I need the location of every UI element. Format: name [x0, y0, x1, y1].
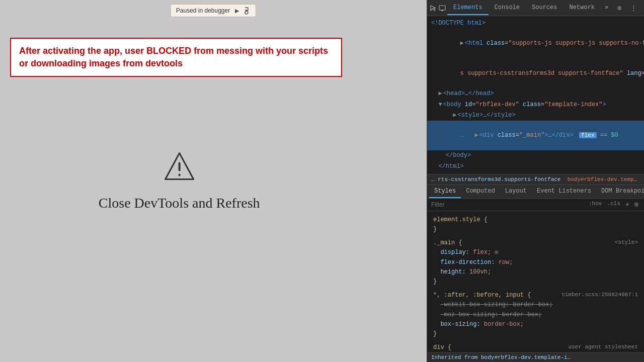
more-tabs-icon[interactable]: » — [601, 1, 612, 15]
styles-tabs: Styles Computed Layout Event Listeners D… — [427, 185, 644, 199]
css-prop-flex-dir[interactable]: flex-direction: — [440, 259, 495, 266]
inherited-label: Inherited from body#rbflex-dev.template-… — [431, 354, 571, 360]
html-doctype: <!DOCTYPE html> — [427, 18, 644, 29]
css-selector-universal: *, :after, :before, input { — [433, 292, 531, 299]
tab-sources[interactable]: Sources — [526, 1, 563, 15]
css-selector-main: ._main { — [433, 239, 462, 246]
new-style-icon[interactable]: ⊞ — [633, 200, 640, 209]
svg-point-0 — [245, 11, 248, 14]
tab-console[interactable]: Console — [489, 1, 526, 15]
html-style[interactable]: ▶<style>…</style> — [427, 110, 644, 121]
center-content: Close DevTools and Refresh — [99, 151, 260, 211]
debugger-bar: Paused in debugger ▶ — [171, 4, 256, 17]
html-html-close: </html> — [427, 161, 644, 172]
devtools-panel: Elements Console Sources Network » ⚙ ⋮ ✕… — [427, 0, 644, 362]
tab-event-listeners[interactable]: Event Listeners — [532, 185, 596, 198]
overflow-menu-icon[interactable]: ⋮ — [627, 2, 639, 14]
devtools-right-icons: ⚙ ⋮ ✕ — [613, 2, 644, 14]
close-devtools-icon[interactable]: ✕ — [641, 2, 644, 14]
css-close-brace: } — [433, 226, 437, 233]
html-html-attrs: s supports-csstransforms3d supports-font… — [427, 59, 644, 89]
svg-rect-3 — [439, 6, 445, 10]
resume-button[interactable]: ▶ — [233, 7, 241, 15]
breadcrumb-text: … rts-csstransforms3d.supports-fontface … — [431, 176, 644, 183]
app-container: Paused in debugger ▶ After activating th… — [0, 0, 644, 362]
html-body-close: </body> — [427, 150, 644, 161]
css-source-main: <style> — [615, 238, 638, 247]
html-body[interactable]: ▼<body id="rbflex-dev" class="template-i… — [427, 100, 644, 110]
css-close-brace-main: } — [433, 278, 437, 285]
cls-button[interactable]: .cls — [605, 200, 621, 209]
styles-filter-buttons: :hov .cls + ⊞ — [587, 200, 640, 209]
warning-text: After activating the app, user BLOCKED f… — [19, 45, 333, 70]
css-source-agent: user agent stylesheet — [568, 343, 638, 352]
css-rule-element-style: element.style { } — [427, 213, 644, 236]
step-button[interactable] — [243, 7, 251, 15]
inspect-icon[interactable] — [429, 2, 437, 14]
close-devtools-text: Close DevTools and Refresh — [99, 195, 260, 211]
tab-layout[interactable]: Layout — [500, 185, 532, 198]
css-selector-div: div { — [433, 344, 451, 351]
svg-rect-2 — [178, 174, 180, 176]
css-webkit-box-sizing: -webkit-box-sizing: border-box; — [440, 301, 552, 308]
paused-label: Paused in debugger — [176, 7, 230, 14]
svg-rect-4 — [441, 10, 443, 11]
html-html-tag[interactable]: ▶<html class="supports-js supports-js su… — [427, 29, 644, 59]
styles-filter-bar: :hov .cls + ⊞ — [427, 199, 644, 211]
tab-network[interactable]: Network — [563, 1, 600, 15]
debugger-controls: ▶ — [233, 7, 251, 15]
css-prop-box-sizing[interactable]: box-sizing: — [440, 321, 480, 328]
breadcrumb-bar: … rts-csstransforms3d.supports-fontface … — [427, 174, 644, 185]
tab-dom-breakpoints[interactable]: DOM Breakpoints — [596, 185, 644, 198]
tab-computed[interactable]: Computed — [461, 185, 500, 198]
styles-content: element.style { } <style> ._main { displ… — [427, 211, 644, 352]
device-icon[interactable] — [438, 2, 446, 14]
devtools-toolbar: Elements Console Sources Network » ⚙ ⋮ ✕ — [427, 0, 644, 16]
warning-triangle-icon — [163, 151, 195, 187]
status-breadcrumb: Inherited from body#rbflex-dev.template-… — [427, 352, 644, 362]
warning-box: After activating the app, user BLOCKED f… — [10, 38, 342, 77]
settings-icon[interactable]: ⚙ — [613, 2, 625, 14]
css-prop-height[interactable]: height: — [440, 268, 465, 276]
svg-rect-1 — [178, 162, 180, 171]
tab-styles[interactable]: Styles — [429, 185, 461, 198]
html-main-div[interactable]: … ▶<div class="_main">…</div> flex == $0 — [427, 121, 644, 151]
hov-button[interactable]: :hov — [587, 200, 603, 209]
css-moz-box-sizing: -moz-box-sizing: border-box; — [440, 311, 542, 318]
html-head[interactable]: ▶<head>…</head> — [427, 88, 644, 99]
css-selector: element.style { — [433, 216, 488, 223]
tab-elements[interactable]: Elements — [447, 1, 489, 15]
css-prop-display[interactable]: display: — [440, 249, 469, 256]
devtools-main-tabs: Elements Console Sources Network » — [447, 1, 612, 15]
add-style-button[interactable]: + — [624, 200, 631, 209]
css-rule-main: <style> ._main { display: flex; ⊞ flex-d… — [427, 236, 644, 289]
css-source-timber: timber.scss:250824987:1 — [561, 291, 638, 300]
css-rule-universal: timber.scss:250824987:1 *, :after, :befo… — [427, 289, 644, 341]
css-close-brace-universal: } — [433, 330, 437, 337]
html-tree: <!DOCTYPE html> ▶<html class="supports-j… — [427, 16, 644, 174]
browser-page: Paused in debugger ▶ After activating th… — [0, 0, 427, 362]
css-rule-div: user agent stylesheet div { display: blo… — [427, 341, 644, 352]
styles-filter-input[interactable] — [431, 201, 583, 208]
